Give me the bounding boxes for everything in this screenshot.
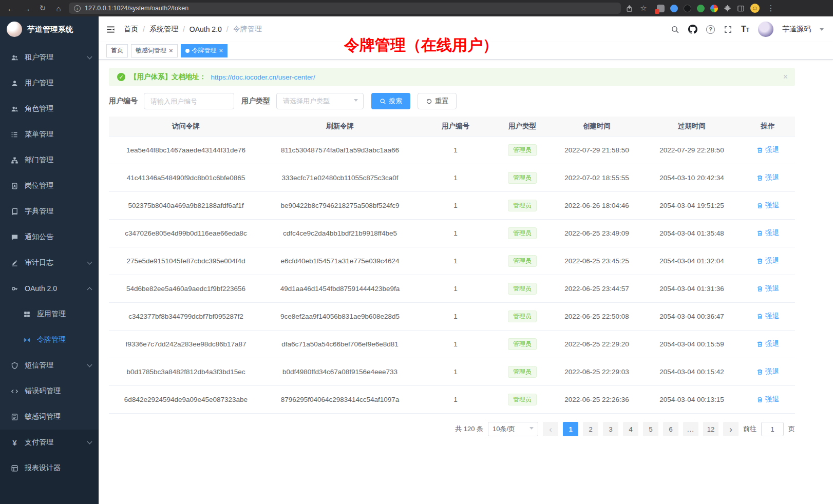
search-icon[interactable] [671, 25, 679, 34]
sidebar-item-tenant[interactable]: 租户管理 [0, 45, 99, 70]
page-button[interactable]: 1 [563, 422, 578, 436]
sidebar-item-notice[interactable]: 通知公告 [0, 224, 99, 250]
tab-sensitive-word[interactable]: 敏感词管理 × [131, 44, 178, 57]
hamburger-icon[interactable] [106, 25, 116, 34]
app-logo[interactable]: 芋道管理系统 [0, 16, 99, 42]
breadcrumb-home[interactable]: 首页 [124, 25, 138, 34]
side-panel-icon[interactable] [737, 5, 745, 12]
browser-menu-icon[interactable]: ⋮ [765, 3, 777, 14]
force-logout-button[interactable]: 强退 [756, 228, 779, 238]
tab-home[interactable]: 首页 [106, 44, 128, 57]
col-actions: 操作 [741, 117, 795, 137]
refresh-token-cell: e6cfd40eb1f54571a31e775e039c4624 [263, 247, 417, 275]
extensions-puzzle-icon[interactable] [724, 5, 731, 12]
force-logout-button[interactable]: 强退 [756, 339, 779, 348]
address-bar[interactable]: i 127.0.0.1:1024/system/oauth2/token [69, 3, 621, 14]
prev-page-button[interactable]: ‹ [543, 422, 558, 436]
search-button[interactable]: 搜索 [371, 93, 410, 109]
force-logout-button[interactable]: 强退 [756, 395, 779, 404]
page-button[interactable]: ... [683, 422, 698, 436]
goto-label: 前往 [743, 424, 756, 434]
force-logout-button[interactable]: 强退 [756, 256, 779, 265]
reset-button[interactable]: 重置 [418, 93, 457, 109]
force-logout-button[interactable]: 强退 [756, 284, 779, 293]
tab-close-icon[interactable]: × [169, 47, 173, 54]
sidebar-item-menu[interactable]: 菜单管理 [0, 122, 99, 147]
extension-icon-4[interactable] [697, 5, 705, 12]
site-info-icon[interactable]: i [74, 5, 81, 12]
doc-link[interactable]: https://doc.iocoder.cn/user-center/ [211, 73, 315, 81]
breadcrumb-system[interactable]: 系统管理 [149, 25, 178, 34]
fullscreen-icon[interactable] [724, 25, 732, 34]
page-size-select[interactable]: 10条/页 [488, 422, 538, 436]
sidebar-item-oauth2-app[interactable]: 应用管理 [0, 301, 99, 327]
user-type-select[interactable]: 请选择用户类型 [276, 93, 364, 109]
github-icon[interactable] [688, 25, 697, 34]
page-button[interactable]: 5 [643, 422, 658, 436]
user-type-cell: 管理员 [494, 164, 551, 192]
force-logout-button[interactable]: 强退 [756, 201, 779, 210]
sidebar-item-report-designer[interactable]: 报表设计器 [0, 455, 99, 481]
bookmark-star-icon[interactable]: ☆ [638, 3, 649, 14]
force-logout-button[interactable]: 强退 [756, 145, 779, 154]
sidebar-item-audit-log[interactable]: 审计日志 [0, 250, 99, 276]
share-icon[interactable] [626, 5, 633, 12]
page-button[interactable]: 6 [663, 422, 678, 436]
force-logout-button[interactable]: 强退 [756, 312, 779, 321]
extension-icon-5[interactable] [710, 5, 718, 12]
user-id-input[interactable] [144, 93, 234, 109]
tab-token-management[interactable]: 令牌管理 × [181, 44, 228, 57]
page-button[interactable]: 4 [623, 422, 638, 436]
force-logout-button[interactable]: 强退 [756, 367, 779, 376]
breadcrumb-oauth2[interactable]: OAuth 2.0 [190, 25, 222, 33]
force-logout-label: 强退 [765, 173, 779, 182]
sidebar-item-dict[interactable]: 字典管理 [0, 199, 99, 224]
page-button[interactable]: 12 [703, 422, 718, 436]
page-button[interactable]: 3 [603, 422, 618, 436]
sidebar-item-dept[interactable]: 部门管理 [0, 147, 99, 173]
alert-close-icon[interactable]: × [783, 72, 788, 82]
tab-label: 令牌管理 [192, 46, 217, 55]
browser-back-icon[interactable]: ← [5, 3, 16, 14]
created-cell: 2022-06-26 18:04:46 [551, 192, 643, 220]
browser-reload-icon[interactable]: ↻ [37, 3, 48, 14]
extension-icon-1[interactable] [657, 5, 665, 12]
user-type-cell: 管理员 [494, 331, 551, 358]
user-name[interactable]: 芋道源码 [782, 25, 811, 34]
page-button[interactable]: 2 [583, 422, 598, 436]
tab-label: 首页 [111, 46, 123, 55]
font-size-icon[interactable]: TT [741, 25, 749, 34]
user-avatar[interactable] [758, 22, 773, 37]
chevron-down-icon[interactable] [820, 28, 824, 33]
force-logout-button[interactable]: 强退 [756, 173, 779, 182]
browser-profile-avatar[interactable]: ☺ [750, 4, 760, 13]
created-cell: 2022-07-02 18:55:55 [551, 164, 643, 192]
goto-page-input[interactable] [761, 422, 784, 436]
sidebar-item-sensitive-word[interactable]: 敏感词管理 [0, 404, 99, 430]
trash-icon [756, 258, 763, 264]
sidebar-item-post[interactable]: 岗位管理 [0, 173, 99, 199]
help-icon[interactable]: ? [706, 25, 715, 34]
created-cell: 2022-06-25 22:29:20 [551, 331, 643, 358]
sidebar-item-user[interactable]: 用户管理 [0, 70, 99, 96]
browser-forward-icon[interactable]: → [21, 3, 32, 14]
topbar-actions: ? TT 芋道源码 [671, 22, 824, 37]
sidebar-item-sms[interactable]: 短信管理 [0, 353, 99, 378]
extension-icon-2[interactable] [670, 5, 678, 12]
sidebar-lower-section: ¥ 支付管理 报表设计器 [0, 430, 99, 504]
user-type-badge: 管理员 [508, 283, 537, 295]
sidebar-item-role[interactable]: 角色管理 [0, 96, 99, 122]
main-area: 令牌管理（在线用户） 首页 / 系统管理 / OAuth 2.0 / 令牌管理 [99, 16, 833, 504]
sidebar-item-payment[interactable]: ¥ 支付管理 [0, 430, 99, 455]
next-page-button[interactable]: › [723, 422, 739, 436]
sidebar-item-oauth2-token[interactable]: 令牌管理 [0, 327, 99, 353]
tab-close-icon[interactable]: × [219, 47, 223, 54]
user-type-badge: 管理员 [508, 227, 537, 239]
actions-cell: 强退 [741, 192, 795, 220]
sidebar-item-error-code[interactable]: 错误码管理 [0, 378, 99, 404]
sidebar-item-oauth2[interactable]: OAuth 2.0 [0, 276, 99, 301]
browser-home-icon[interactable]: ⌂ [53, 3, 64, 14]
user-type-badge: 管理员 [508, 144, 537, 156]
extension-icon-3[interactable] [684, 5, 691, 12]
col-access-token: 访问令牌 [109, 117, 263, 137]
